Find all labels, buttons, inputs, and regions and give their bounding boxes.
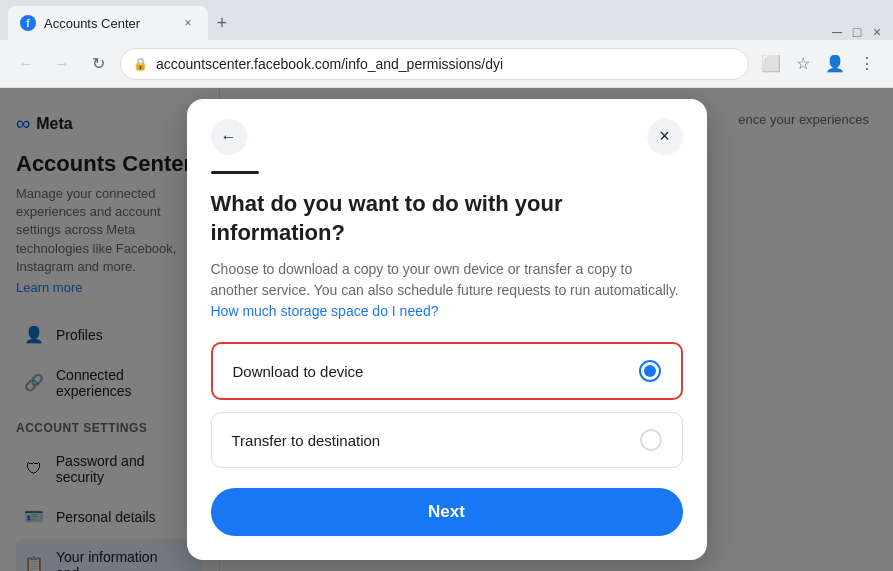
next-button[interactable]: Next (211, 488, 683, 536)
modal-back-button[interactable]: ← (211, 119, 247, 155)
browser-frame: f Accounts Center × + ─ □ × ← → ↻ 🔒 acco… (0, 0, 893, 571)
tab-title: Accounts Center (44, 16, 172, 31)
modal-body: What do you want to do with your informa… (187, 155, 707, 560)
active-tab[interactable]: f Accounts Center × (8, 6, 208, 40)
modal-overlay[interactable]: ← × What do you want to do with your inf… (0, 88, 893, 571)
transfer-option[interactable]: Transfer to destination (211, 412, 683, 468)
modal-title: What do you want to do with your informa… (211, 190, 683, 247)
toolbar-actions: ⬜ ☆ 👤 ⋮ (757, 50, 881, 78)
window-close-button[interactable]: × (869, 24, 885, 40)
storage-link[interactable]: How much storage space do I need? (211, 303, 439, 319)
address-bar[interactable]: 🔒 accountscenter.facebook.com/info_and_p… (120, 48, 749, 80)
tab-bar: f Accounts Center × + ─ □ × (0, 0, 893, 40)
lock-icon: 🔒 (133, 57, 148, 71)
page-content: ∞ Meta Accounts Center Manage your conne… (0, 88, 893, 571)
download-option[interactable]: Download to device (211, 342, 683, 400)
back-button[interactable]: ← (12, 50, 40, 78)
modal-close-button[interactable]: × (647, 119, 683, 155)
cast-button[interactable]: ⬜ (757, 50, 785, 78)
transfer-label: Transfer to destination (232, 432, 381, 449)
refresh-button[interactable]: ↻ (84, 50, 112, 78)
forward-button[interactable]: → (48, 50, 76, 78)
modal-dialog: ← × What do you want to do with your inf… (187, 99, 707, 560)
bookmark-button[interactable]: ☆ (789, 50, 817, 78)
download-radio[interactable] (639, 360, 661, 382)
toolbar: ← → ↻ 🔒 accountscenter.facebook.com/info… (0, 40, 893, 88)
new-tab-button[interactable]: + (208, 9, 236, 37)
window-controls: ─ □ × (829, 24, 885, 40)
tab-close-button[interactable]: × (180, 15, 196, 31)
download-label: Download to device (233, 363, 364, 380)
modal-description: Choose to download a copy to your own de… (211, 259, 683, 322)
maximize-button[interactable]: □ (849, 24, 865, 40)
modal-divider (211, 171, 259, 174)
address-text: accountscenter.facebook.com/info_and_per… (156, 56, 736, 72)
tab-favicon: f (20, 15, 36, 31)
minimize-button[interactable]: ─ (829, 24, 845, 40)
modal-header: ← × (187, 99, 707, 155)
transfer-radio[interactable] (640, 429, 662, 451)
profile-button[interactable]: 👤 (821, 50, 849, 78)
menu-button[interactable]: ⋮ (853, 50, 881, 78)
